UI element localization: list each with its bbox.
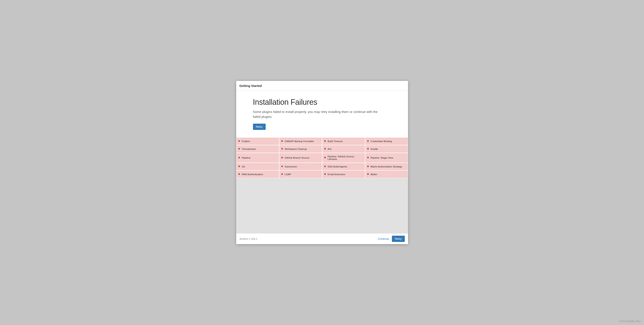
version-label: Jenkins 2.164.1 [240, 238, 258, 240]
fail-icon: ✖ [238, 140, 240, 142]
fail-icon: ✖ [324, 165, 326, 168]
fail-icon: ✖ [238, 173, 240, 176]
fail-icon: ✖ [324, 140, 326, 142]
plugin-cell: ✖SSH Build Agents [322, 163, 365, 170]
plugin-name: Matrix Authorization Strategy [371, 165, 402, 168]
fail-icon: ✖ [367, 173, 369, 176]
fail-icon: ✖ [281, 148, 283, 150]
plugin-name: Email Extension [328, 173, 345, 176]
empty-spacer [236, 178, 408, 234]
fail-icon: ✖ [281, 156, 283, 159]
dialog-header: Getting Started [236, 81, 408, 90]
plugin-name: Workspace Cleanup [285, 148, 307, 150]
plugin-name: Gradle [371, 148, 378, 150]
plugin-cell: ✖Pipeline [236, 153, 279, 163]
plugin-cell: ✖Credentials Binding [365, 138, 408, 145]
plugin-cell: ✖Git [236, 163, 279, 170]
plugin-cell: ✖GitHub Branch Source [279, 153, 322, 163]
plugin-cell: ✖Matrix Authorization Strategy [365, 163, 408, 170]
page-subtitle: Some plugins failed to install properly,… [253, 109, 386, 119]
dialog-title: Getting Started [240, 84, 405, 88]
plugin-name: Build Timeout [328, 140, 343, 142]
plugin-cell: ✖Folders [236, 138, 279, 145]
retry-button-top[interactable]: Retry [253, 124, 266, 130]
plugin-name: Ant [328, 148, 331, 150]
plugin-name: Mailer [371, 173, 377, 176]
plugin-cell: ✖Gradle [365, 145, 408, 153]
footer-actions: Continue Retry [376, 236, 404, 242]
fail-icon: ✖ [367, 165, 369, 168]
plugin-name: LDAP [285, 173, 291, 176]
plugin-cell: ✖OWASP Markup Formatter [279, 138, 322, 145]
plugin-name: PAM Authentication [242, 173, 263, 176]
dialog-body: Installation Failures Some plugins faile… [236, 90, 408, 233]
plugin-name: SSH Build Agents [328, 165, 347, 168]
page-title: Installation Failures [253, 98, 391, 107]
fail-icon: ✖ [367, 148, 369, 150]
plugin-cell: ✖Pipeline: GitHub Groovy Libraries [322, 153, 365, 163]
fail-icon: ✖ [281, 173, 283, 176]
plugin-cell: ✖LDAP [279, 170, 322, 178]
plugin-cell: ✖Workspace Cleanup [279, 145, 322, 153]
plugin-name: Pipeline [242, 156, 250, 159]
continue-button[interactable]: Continue [376, 236, 391, 242]
plugin-name: GitHub Branch Source [285, 156, 310, 159]
fail-icon: ✖ [367, 156, 369, 159]
plugin-name: Subversion [285, 165, 297, 168]
plugin-cell: ✖Email Extension [322, 170, 365, 178]
retry-button-bottom[interactable]: Retry [392, 236, 404, 242]
fail-icon: ✖ [367, 140, 369, 142]
fail-icon: ✖ [324, 173, 326, 176]
fail-icon: ✖ [238, 165, 240, 168]
intro-section: Installation Failures Some plugins faile… [236, 90, 408, 138]
plugin-grid: ✖Folders✖OWASP Markup Formatter✖Build Ti… [236, 138, 408, 178]
plugin-cell: ✖Build Timeout [322, 138, 365, 145]
fail-icon: ✖ [281, 140, 283, 142]
plugin-name: Timestamper [242, 148, 256, 150]
plugin-name: Pipeline: GitHub Groovy Libraries [328, 155, 363, 160]
setup-wizard-dialog: Getting Started Installation Failures So… [236, 81, 408, 244]
plugin-cell: ✖PAM Authentication [236, 170, 279, 178]
plugin-name: OWASP Markup Formatter [285, 140, 314, 142]
plugin-cell: ✖Ant [322, 145, 365, 153]
fail-icon: ✖ [281, 165, 283, 168]
plugin-name: Git [242, 165, 245, 168]
plugin-cell: ✖Pipeline: Stage View [365, 153, 408, 163]
fail-icon: ✖ [324, 156, 326, 159]
plugin-name: Credentials Binding [371, 140, 392, 142]
fail-icon: ✖ [238, 156, 240, 159]
plugin-cell: ✖Mailer [365, 170, 408, 178]
plugin-name: Folders [242, 140, 250, 142]
watermark-text: CSDN @真男人Allen [619, 320, 641, 323]
fail-icon: ✖ [324, 148, 326, 150]
plugin-cell: ✖Timestamper [236, 145, 279, 153]
plugin-cell: ✖Subversion [279, 163, 322, 170]
plugin-name: Pipeline: Stage View [371, 156, 393, 159]
dialog-footer: Jenkins 2.164.1 Continue Retry [236, 233, 408, 244]
fail-icon: ✖ [238, 148, 240, 150]
